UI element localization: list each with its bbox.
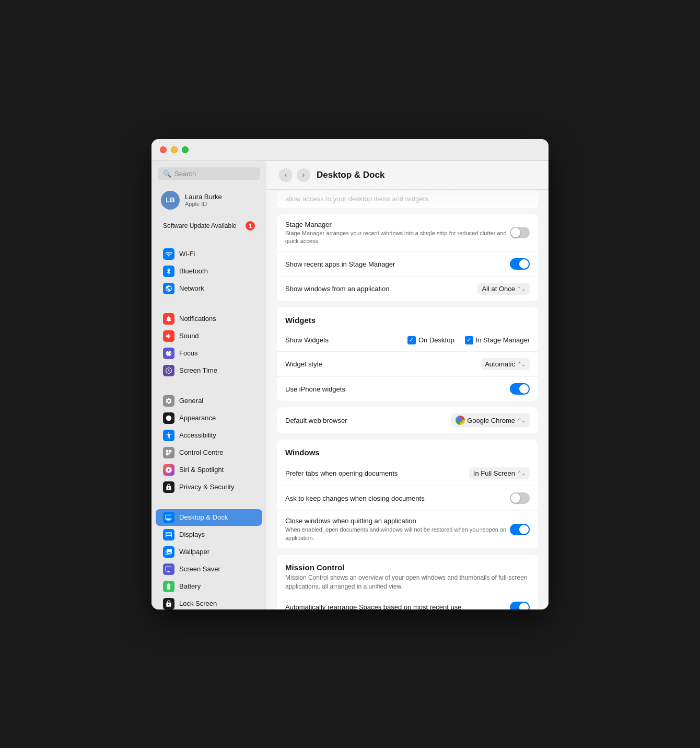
sidebar-item-wifi[interactable]: Wi-Fi	[156, 246, 262, 262]
widget-style-dropdown[interactable]: Automatic ⌃⌄	[481, 358, 530, 370]
sidebar-item-bluetooth[interactable]: Bluetooth	[156, 263, 262, 280]
maximize-button[interactable]	[182, 146, 189, 153]
show-widgets-left: Show Widgets	[285, 336, 407, 344]
show-recent-apps-knob	[519, 259, 529, 269]
on-desktop-checkbox-wrapper[interactable]: ✓ On Desktop	[407, 336, 454, 344]
mission-control-subtitle: Mission Control shows an overview of you…	[285, 573, 530, 591]
close-windows-row: Close windows when quitting an applicati…	[277, 511, 538, 548]
default-browser-left: Default web browser	[285, 417, 451, 424]
stage-manager-sublabel: Stage Manager arranges your recent windo…	[285, 229, 510, 246]
screentime-icon	[163, 365, 174, 376]
screensaver-label: Screen Saver	[179, 565, 220, 573]
show-windows-label: Show windows from an application	[285, 285, 477, 293]
minimize-button[interactable]	[171, 146, 178, 153]
show-recent-apps-row: Show recent apps in Stage Manager	[277, 252, 538, 277]
wallpaper-label: Wallpaper	[179, 548, 209, 556]
displays-label: Displays	[179, 531, 205, 538]
windows-title: Windows	[285, 448, 530, 457]
sidebar-section-system: Notifications Sound Focus	[151, 310, 266, 379]
user-name: Laura Burke	[185, 193, 222, 201]
close-button[interactable]	[160, 146, 167, 153]
sidebar-item-general[interactable]: General	[156, 393, 262, 409]
sound-icon	[163, 330, 174, 342]
sidebar-item-controlcentre[interactable]: Control Centre	[156, 444, 262, 461]
ask-keep-changes-toggle[interactable]	[510, 492, 530, 504]
desktop-icon	[163, 512, 174, 523]
focus-label: Focus	[179, 349, 197, 357]
displays-icon	[163, 529, 174, 540]
show-recent-apps-control	[510, 258, 530, 270]
sidebar-item-network[interactable]: Network	[156, 280, 262, 297]
desktop-label: Desktop & Dock	[179, 513, 228, 521]
focus-icon	[163, 348, 174, 359]
show-recent-apps-toggle[interactable]	[510, 258, 530, 270]
user-info: Laura Burke Apple ID	[185, 193, 222, 207]
iphone-widgets-toggle[interactable]	[510, 383, 530, 395]
mission-control-header: Mission Control Mission Control shows an…	[277, 555, 538, 595]
network-label: Network	[179, 284, 204, 292]
ask-keep-changes-row: Ask to keep changes when closing documen…	[277, 486, 538, 511]
stage-manager-toggle[interactable]	[510, 227, 530, 238]
lockscreen-icon	[163, 598, 174, 609]
prefer-tabs-dropdown[interactable]: In Full Screen ⌃⌄	[469, 467, 530, 479]
system-preferences-window: 🔍 Search LB Laura Burke Apple ID Softwar…	[151, 139, 549, 609]
show-windows-dropdown[interactable]: All at Once ⌃⌄	[477, 283, 530, 295]
on-desktop-checkbox[interactable]: ✓	[407, 336, 416, 344]
show-recent-apps-label: Show recent apps in Stage Manager	[285, 260, 510, 268]
back-button[interactable]: ‹	[279, 168, 293, 182]
auto-rearrange-toggle[interactable]	[510, 602, 530, 609]
siri-icon	[163, 464, 174, 476]
close-windows-control	[510, 524, 530, 535]
sidebar-item-focus[interactable]: Focus	[156, 345, 262, 362]
sidebar-item-lockscreen[interactable]: Lock Screen	[156, 595, 262, 609]
close-windows-knob	[519, 525, 529, 534]
software-update-banner[interactable]: Software Update Available 1	[156, 218, 262, 234]
sidebar-item-wallpaper[interactable]: Wallpaper	[156, 544, 262, 560]
stage-manager-left: Stage Manager Stage Manager arranges you…	[285, 221, 510, 246]
sidebar-item-notifications[interactable]: Notifications	[156, 310, 262, 327]
bluetooth-icon	[163, 266, 174, 277]
show-recent-apps-left: Show recent apps in Stage Manager	[285, 260, 510, 268]
sidebar-item-screentime[interactable]: Screen Time	[156, 362, 262, 379]
chrome-icon	[456, 416, 465, 425]
update-badge: 1	[246, 221, 255, 231]
prefer-tabs-left: Prefer tabs when opening documents	[285, 469, 469, 477]
sidebar-item-privacy[interactable]: Privacy & Security	[156, 479, 262, 496]
controlcentre-label: Control Centre	[179, 448, 224, 456]
fade-card: allow access to your desktop items and w…	[277, 190, 538, 208]
show-widgets-row: Show Widgets ✓ On Desktop ✓ In Stage Man…	[277, 329, 538, 352]
main-scroll-area[interactable]: allow access to your desktop items and w…	[266, 190, 549, 609]
main-header: ‹ › Desktop & Dock	[266, 161, 549, 190]
notifications-icon	[163, 313, 174, 325]
mission-control-card: Mission Control Mission Control shows an…	[277, 555, 538, 609]
user-profile[interactable]: LB Laura Burke Apple ID	[154, 187, 264, 214]
sidebar-item-accessibility[interactable]: Accessibility	[156, 427, 262, 444]
search-bar[interactable]: 🔍 Search	[158, 167, 260, 180]
in-stage-manager-checkbox[interactable]: ✓	[465, 336, 473, 344]
prefer-tabs-arrow: ⌃⌄	[517, 470, 526, 476]
appearance-icon	[163, 412, 174, 424]
sidebar-item-displays[interactable]: Displays	[156, 526, 262, 543]
sidebar-item-siri[interactable]: Siri & Spotlight	[156, 462, 262, 478]
show-windows-left: Show windows from an application	[285, 285, 477, 293]
widgets-title: Widgets	[285, 316, 530, 325]
sidebar-item-screensaver[interactable]: Screen Saver	[156, 561, 262, 578]
ask-keep-changes-control	[510, 492, 530, 504]
widgets-card: Widgets Show Widgets ✓ On Desktop	[277, 307, 538, 401]
notifications-label: Notifications	[179, 315, 216, 323]
windows-header: Windows	[277, 440, 538, 461]
stage-manager-label: Stage Manager	[285, 221, 510, 228]
default-browser-dropdown[interactable]: Google Chrome ⌃⌄	[451, 413, 530, 427]
in-stage-manager-checkbox-wrapper[interactable]: ✓ In Stage Manager	[465, 336, 530, 344]
close-windows-toggle[interactable]	[510, 524, 530, 535]
stage-manager-card: Stage Manager Stage Manager arranges you…	[277, 214, 538, 302]
controlcentre-icon	[163, 447, 174, 458]
close-windows-sublabel: When enabled, open documents and windows…	[285, 526, 510, 542]
widget-style-arrow: ⌃⌄	[517, 361, 526, 367]
sidebar-item-desktop[interactable]: Desktop & Dock	[156, 509, 262, 526]
forward-button[interactable]: ›	[297, 168, 310, 182]
sidebar-item-battery[interactable]: Battery	[156, 578, 262, 595]
sidebar-item-sound[interactable]: Sound	[156, 328, 262, 344]
update-text: Software Update Available	[163, 222, 237, 229]
sidebar-item-appearance[interactable]: Appearance	[156, 410, 262, 427]
